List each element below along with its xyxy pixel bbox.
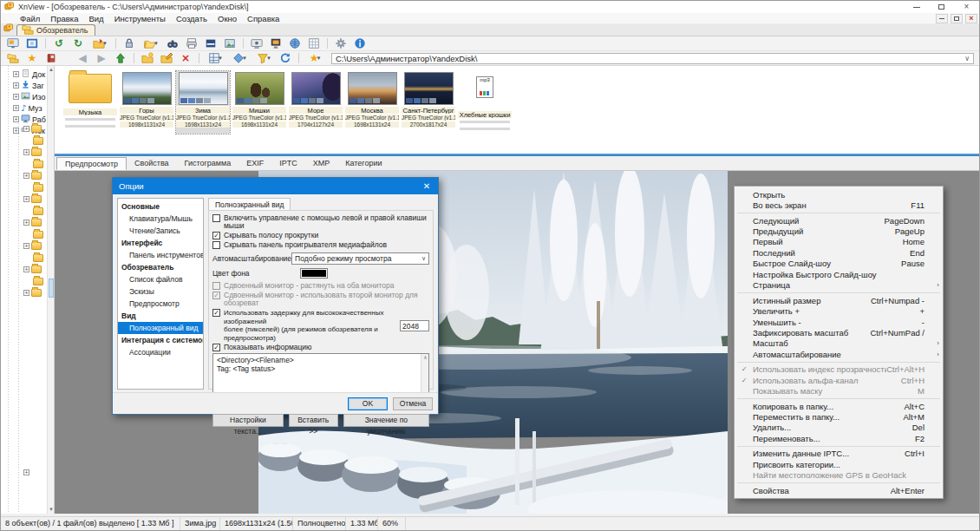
context-menu-item-12[interactable]: Увеличить ++ (735, 305, 942, 316)
mdi-restore-button[interactable] (951, 14, 963, 23)
options-tree-item-4[interactable]: Панель инструментов (118, 249, 203, 261)
tab-fullscreen-view[interactable]: Полноэкранный вид (208, 198, 291, 211)
tree-expander-icon[interactable]: + (23, 149, 29, 155)
lock-button[interactable] (121, 37, 138, 50)
menu-file[interactable]: Файл (15, 14, 45, 23)
tree-folder-row[interactable] (23, 135, 43, 147)
chevron-down-icon[interactable]: ▾ (219, 55, 222, 62)
rotate-right-button[interactable]: ↻ (69, 37, 87, 50)
tree-folder-row[interactable] (23, 182, 43, 193)
refresh-button[interactable] (277, 52, 294, 65)
tree-expander-icon[interactable]: + (23, 220, 29, 226)
menu-create[interactable]: Создать (171, 14, 212, 23)
context-menu-item-1[interactable]: Во весь экранF11 (735, 200, 942, 210)
context-menu-item-31[interactable]: СвойстваAlt+Enter (735, 485, 942, 495)
mdi-close-button[interactable]: × (965, 14, 977, 23)
fullscreen-button[interactable] (23, 37, 41, 50)
options-tree-item-0[interactable]: Основные (118, 200, 203, 213)
restore-button[interactable] (929, 1, 954, 13)
preview-tab-1[interactable]: Свойства (127, 157, 177, 170)
tree-folder-row[interactable]: + (23, 170, 42, 181)
context-menu-item-14[interactable]: Зафиксировать масштабCtrl+NumPad / (735, 327, 942, 338)
delete-button[interactable]: × (177, 52, 194, 65)
web-button[interactable] (286, 37, 304, 50)
preview-tab-6[interactable]: Категории (337, 157, 389, 170)
tree-folder-row[interactable]: + (23, 123, 42, 134)
preview-tab-2[interactable]: Гистограмма (177, 157, 239, 170)
menu-tools[interactable]: Инструменты (109, 14, 171, 23)
context-menu-item-29[interactable]: Найти местоположение GPS в GeoHack (735, 470, 942, 481)
contact-sheet-button[interactable] (305, 37, 323, 50)
forward-button[interactable]: ▶ (93, 52, 110, 65)
sort-button[interactable]: ▾ (228, 52, 251, 65)
options-tree-item-11[interactable]: Интеграция с системой (118, 334, 203, 346)
tree-folder-row[interactable] (23, 229, 43, 240)
chevron-down-icon[interactable]: ▾ (267, 55, 271, 62)
context-menu-item-0[interactable]: Открыть (735, 189, 942, 200)
edit-button[interactable] (158, 52, 175, 65)
slideshow-button[interactable] (267, 37, 284, 50)
preview-tab-3[interactable]: EXIF (238, 157, 271, 170)
favorites-button[interactable]: ★ (23, 52, 41, 65)
tree-folder-row[interactable] (23, 159, 43, 170)
categories-button[interactable] (42, 52, 60, 65)
chevron-down-icon[interactable]: ▾ (154, 40, 158, 47)
settings-button[interactable] (332, 37, 350, 50)
options-tree-item-2[interactable]: Чтение/Запись (118, 225, 203, 237)
tree-expander-icon[interactable]: + (13, 116, 19, 122)
tab-browser[interactable]: Обозреватель (16, 24, 95, 36)
context-menu-item-13[interactable]: Уменьшить -- (735, 317, 942, 327)
context-menu-item-27[interactable]: Изменить данные IPTC...Ctrl+I (735, 449, 942, 459)
view-mode-button[interactable]: ▾ (204, 52, 226, 65)
context-menu-item-20[interactable]: Показывать маскуM (735, 385, 942, 396)
info-button[interactable] (351, 37, 369, 50)
context-menu-item-25[interactable]: Переименовать...F2 (735, 433, 942, 443)
options-tree-item-12[interactable]: Ассоциации (118, 346, 203, 358)
context-menu-item-24[interactable]: Удалить...Del (735, 423, 942, 433)
browse-button[interactable] (4, 37, 22, 50)
back-button[interactable]: ◀ (74, 52, 91, 65)
context-menu-item-18[interactable]: ✓Использовать индекс прозрачности (<=8би… (735, 364, 942, 375)
thumbnail-image-4[interactable]: МореJPEG TrueColor (v1.1)1704x1127x24 (289, 71, 343, 134)
thumbnail-image-1[interactable]: ГорыJPEG TrueColor (v1.1)1698x1131x24 (120, 71, 173, 134)
options-tree-item-1[interactable]: Клавиатура/Мышь (118, 213, 203, 225)
context-menu-item-11[interactable]: Истинный размерCtrl+Numpad - (735, 295, 942, 305)
cancel-button[interactable]: Отмена (393, 397, 433, 410)
context-menu-item-15[interactable]: Масштаб› (735, 338, 942, 349)
checkbox[interactable] (212, 309, 220, 317)
option-hq-delay[interactable]: Использовать задержку для высококачестве… (212, 309, 429, 342)
chevron-down-icon[interactable]: ▾ (243, 55, 246, 62)
context-menu-item-28[interactable]: Присвоить категории... (735, 459, 942, 469)
tree-expander-icon[interactable]: + (13, 82, 19, 88)
insert-button[interactable]: Вставить >> (289, 414, 338, 427)
tree-item-1[interactable]: +Заг (13, 80, 44, 91)
bgcolor-swatch-button[interactable] (300, 268, 328, 279)
tree-expander-icon[interactable]: + (23, 196, 29, 202)
options-tree-item-7[interactable]: Эскизы (118, 285, 203, 298)
layout-button[interactable] (202, 37, 219, 50)
context-menu-item-22[interactable]: Копировать в папку...Alt+C (735, 401, 942, 411)
checkbox[interactable] (212, 241, 220, 249)
chevron-down-icon[interactable]: ∨ (964, 55, 970, 62)
print-button[interactable] (183, 37, 200, 50)
tree-folder-row[interactable] (23, 276, 43, 287)
scroll-down-icon[interactable]: ▼ (48, 506, 55, 514)
context-menu-item-3[interactable]: СледующийPageDown (735, 215, 942, 226)
move-to-folder-button[interactable]: ▾ (88, 37, 111, 50)
tree-expander-icon[interactable]: + (23, 266, 29, 272)
context-menu-item-5[interactable]: ПервыйHome (735, 237, 942, 247)
options-tree-item-5[interactable]: Обозреватель (118, 261, 203, 273)
image-viewer-button[interactable] (221, 37, 238, 50)
menu-edit[interactable]: Правка (45, 14, 83, 23)
chevron-down-icon[interactable]: ▾ (317, 55, 321, 62)
tree-item-0[interactable]: +Док (13, 69, 45, 80)
tree-expander-icon[interactable]: + (13, 105, 19, 111)
tree-expander-icon[interactable]: + (13, 94, 19, 100)
search-button[interactable] (164, 37, 181, 50)
menu-window[interactable]: Окно (212, 14, 242, 23)
text-settings-button[interactable]: Настройки текста... (212, 414, 284, 427)
option-hide-mediabar[interactable]: Скрывать панель проигрывателя медиафайло… (212, 241, 429, 249)
menu-help[interactable]: Справка (242, 14, 284, 23)
thumbnail-folder-0[interactable]: Музыка (63, 71, 117, 134)
open-with-button[interactable]: ▾ (140, 37, 162, 50)
